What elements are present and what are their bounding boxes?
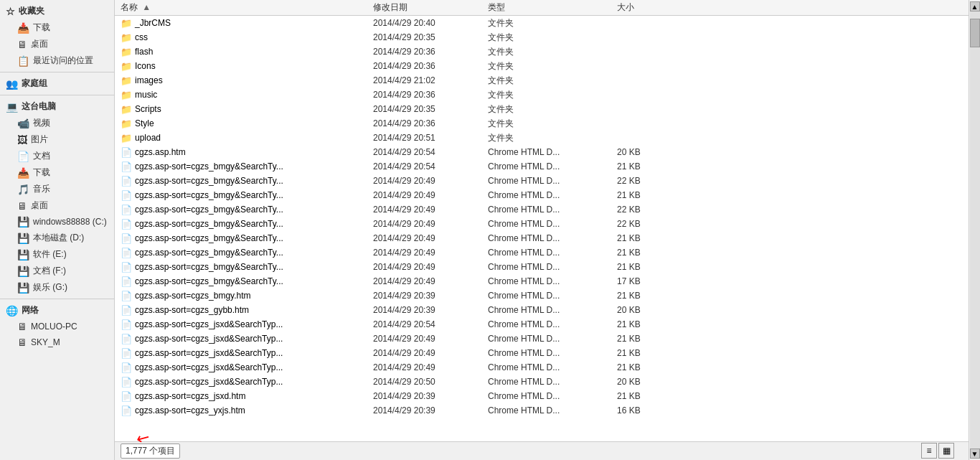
sidebar-item-moluo[interactable]: 🖥MOLUO-PC: [0, 319, 114, 334]
sidebar-item-file[interactable]: 💾文档 (F:): [0, 263, 114, 279]
sidebar-item-label: 文档 (F:): [33, 265, 66, 277]
file-type: Chrome HTML D...: [488, 276, 617, 286]
table-row[interactable]: 📄 cgzs.asp-sort=cgzs_bmgy.htm 2014/4/29 …: [115, 288, 969, 303]
table-row[interactable]: 📄 cgzs.asp-sort=cgzs_jsxd&SearchTyp... 2…: [115, 317, 969, 332]
table-row[interactable]: 📄 cgzs.asp-sort=cgzs_yxjs.htm 2014/4/29 …: [115, 403, 969, 418]
table-row[interactable]: 📄 cgzs.asp-sort=cgzs_jsxd&SearchTyp... 2…: [115, 346, 969, 360]
sidebar-thispc-label: 这台电脑: [22, 100, 56, 113]
sidebar-item-label: 桌面: [31, 200, 48, 212]
table-row[interactable]: 📄 cgzs.asp-sort=cgzs_jsxd&SearchTyp... 2…: [115, 360, 969, 375]
table-row[interactable]: 📄 cgzs.asp.htm 2014/4/29 20:54 Chrome HT…: [115, 145, 969, 159]
table-row[interactable]: 📁 upload 2014/4/29 20:51 文件夹: [115, 131, 969, 145]
sidebar-network-label: 网络: [22, 304, 39, 316]
file-date: 2014/4/29 20:50: [373, 377, 488, 387]
table-row[interactable]: 📁 images 2014/4/29 21:02 文件夹: [115, 73, 969, 88]
file-type: Chrome HTML D...: [488, 305, 617, 315]
table-row[interactable]: 📁 flash 2014/4/29 20:36 文件夹: [115, 44, 969, 59]
table-row[interactable]: 📄 cgzs.asp-sort=cgzs_bmgy&SearchTy... 20…: [115, 159, 969, 174]
file-type: 文件夹: [488, 60, 617, 72]
col-name-header[interactable]: 名称 ▲: [115, 1, 373, 14]
table-row[interactable]: 📄 cgzs.asp-sort=cgzs_jsxd&SearchTyp... 2…: [115, 375, 969, 389]
sidebar-network-header[interactable]: 🌐 网络: [0, 302, 114, 319]
file-list-body[interactable]: 📁 _JbrCMS 2014/4/29 20:40 文件夹 📁 css 2014…: [115, 16, 969, 441]
sidebar-favorites-label: 收藏夹: [19, 5, 44, 17]
sidebar-item-ent[interactable]: 💾娱乐 (G:): [0, 279, 114, 296]
sidebar-item-local[interactable]: 💾本地磁盘 (D:): [0, 230, 114, 246]
list-view-button[interactable]: ≡: [921, 443, 937, 459]
file-size: 22 KB: [617, 176, 689, 186]
file-type: 文件夹: [488, 46, 617, 58]
scroll-track[interactable]: [970, 11, 980, 449]
scroll-up-button[interactable]: ▲: [970, 1, 980, 11]
file-date: 2014/4/29 20:54: [373, 147, 488, 157]
sidebar-item-music[interactable]: 🎵音乐: [0, 181, 114, 197]
sidebar: ☆ 收藏夹 📥下载🖥桌面📋最近访问的位置 👥 家庭组 💻 这台电脑 📹视频🖼图片…: [0, 0, 115, 460]
network-pc-icon: 🖥: [17, 321, 27, 332]
table-row[interactable]: 📄 cgzs.asp-sort=cgzs_bmgy&SearchTy... 20…: [115, 174, 969, 188]
star-icon: ☆: [6, 6, 15, 17]
scrollbar[interactable]: ▲ ▼: [969, 0, 980, 460]
table-row[interactable]: 📁 css 2014/4/29 20:35 文件夹: [115, 30, 969, 44]
sidebar-item-document[interactable]: 📄文档: [0, 148, 114, 164]
table-row[interactable]: 📄 cgzs.asp-sort=cgzs_bmgy&SearchTy... 20…: [115, 231, 969, 245]
html-file-icon: 📄: [121, 176, 132, 187]
thispc-icon: 💻: [6, 101, 18, 113]
file-name: 📄 cgzs.asp-sort=cgzs_gybb.htm: [115, 305, 373, 316]
table-row[interactable]: 📄 cgzs.asp-sort=cgzs_bmgy&SearchTy... 20…: [115, 188, 969, 202]
file-name: 📁 Icons: [115, 61, 373, 72]
sidebar-favorites-header[interactable]: ☆ 收藏夹: [0, 3, 114, 19]
table-row[interactable]: 📄 cgzs.asp-sort=cgzs_bmgy&SearchTy... 20…: [115, 217, 969, 231]
table-row[interactable]: 📁 Icons 2014/4/29 20:36 文件夹: [115, 59, 969, 73]
sidebar-item-picture[interactable]: 🖼图片: [0, 131, 114, 148]
file-name: 📁 flash: [115, 47, 373, 57]
sidebar-item-download[interactable]: 📥下载: [0, 19, 114, 36]
file-type: Chrome HTML D...: [488, 219, 617, 229]
table-row[interactable]: 📄 cgzs.asp-sort=cgzs_bmgy&SearchTy... 20…: [115, 245, 969, 260]
table-row[interactable]: 📁 Scripts 2014/4/29 20:35 文件夹: [115, 102, 969, 116]
scroll-thumb[interactable]: [970, 19, 980, 47]
drive-icon: 💾: [17, 266, 29, 277]
sidebar-item-download2[interactable]: 📥下载: [0, 164, 114, 181]
table-row[interactable]: 📁 _JbrCMS 2014/4/29 20:40 文件夹: [115, 16, 969, 30]
table-row[interactable]: 📄 cgzs.asp-sort=cgzs_jsxd.htm 2014/4/29 …: [115, 389, 969, 403]
sidebar-item-desktop2[interactable]: 🖥桌面: [0, 197, 114, 214]
table-row[interactable]: 📄 cgzs.asp-sort=cgzs_gybb.htm 2014/4/29 …: [115, 303, 969, 317]
file-name: 📁 Scripts: [115, 104, 373, 115]
html-file-icon: 📄: [121, 377, 132, 388]
file-date: 2014/4/29 20:36: [373, 90, 488, 100]
sidebar-thispc-header[interactable]: 💻 这台电脑: [0, 98, 114, 115]
table-row[interactable]: 📄 cgzs.asp-sort=cgzs_bmgy&SearchTy... 20…: [115, 202, 969, 217]
table-row[interactable]: 📄 cgzs.asp-sort=cgzs_jsxd&SearchTyp... 2…: [115, 332, 969, 346]
sidebar-item-label: 视频: [33, 117, 50, 129]
html-file-icon: 📄: [121, 233, 132, 244]
file-type: 文件夹: [488, 103, 617, 116]
table-row[interactable]: 📄 cgzs.asp-sort=cgzs_bmgy&SearchTy... 20…: [115, 260, 969, 274]
table-row[interactable]: 📁 Style 2014/4/29 20:36 文件夹: [115, 116, 969, 131]
sidebar-item-recent[interactable]: 📋最近访问的位置: [0, 52, 114, 69]
table-row[interactable]: 📄 cgzs.asp-sort=cgzs_bmgy&SearchTy... 20…: [115, 274, 969, 288]
folder-icon: 📁: [121, 90, 132, 100]
col-date-header[interactable]: 修改日期: [373, 1, 488, 14]
sidebar-homegroup-header[interactable]: 👥 家庭组: [0, 75, 114, 92]
sidebar-item-desktop[interactable]: 🖥桌面: [0, 36, 114, 52]
detail-view-button[interactable]: ▦: [938, 443, 954, 459]
folder-icon: 📁: [121, 32, 132, 43]
sidebar-item-soft[interactable]: 💾软件 (E:): [0, 246, 114, 263]
sidebar-item-video[interactable]: 📹视频: [0, 115, 114, 131]
scroll-down-button[interactable]: ▼: [970, 449, 980, 459]
file-name: 📄 cgzs.asp-sort=cgzs_jsxd.htm: [115, 391, 373, 402]
file-date: 2014/4/29 20:49: [373, 262, 488, 272]
col-size-header[interactable]: 大小: [617, 1, 689, 14]
sidebar-item-win[interactable]: 💾windows88888 (C:): [0, 214, 114, 230]
drive-icon: 📄: [17, 151, 29, 162]
html-file-icon: 📄: [121, 405, 132, 416]
col-type-header[interactable]: 类型: [488, 1, 617, 14]
file-type: Chrome HTML D...: [488, 233, 617, 243]
file-date: 2014/4/29 20:49: [373, 348, 488, 358]
sidebar-item-label: 下载: [33, 166, 50, 179]
file-size: 21 KB: [617, 319, 689, 329]
table-row[interactable]: 📁 music 2014/4/29 20:36 文件夹: [115, 88, 969, 102]
sidebar-item-sky[interactable]: 🖥SKY_M: [0, 334, 114, 350]
file-name: 📄 cgzs.asp-sort=cgzs_bmgy&SearchTy...: [115, 161, 373, 172]
file-date: 2014/4/29 20:54: [373, 319, 488, 329]
